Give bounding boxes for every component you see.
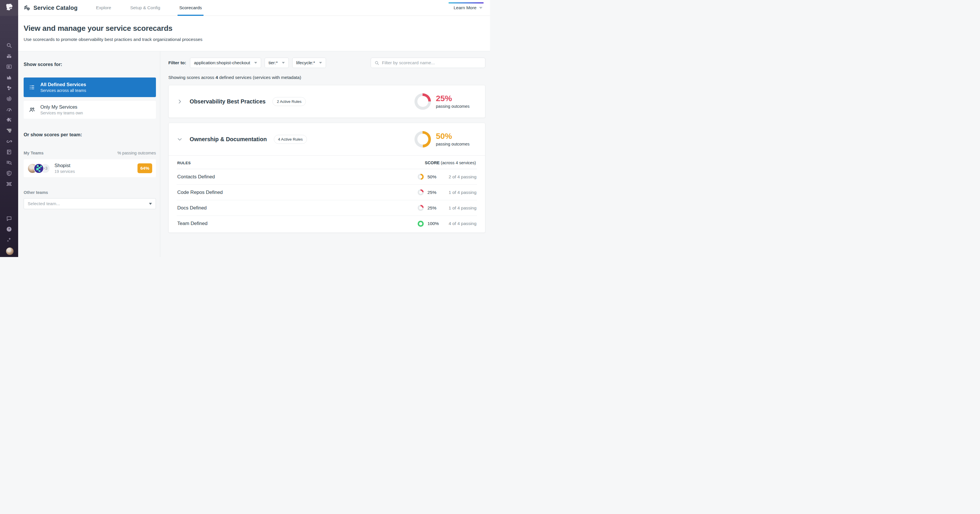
nav-tabs: Explore Setup & Config Scorecards bbox=[96, 0, 202, 16]
rules-table: RULES SCORE (across 4 services) Contacts… bbox=[169, 155, 485, 233]
learn-more-label: Learn More bbox=[454, 5, 476, 10]
rule-name: Docs Defined bbox=[177, 205, 207, 211]
chevron-down-icon bbox=[282, 62, 285, 63]
team-service-count: 19 services bbox=[54, 169, 75, 174]
team-row-shopist[interactable]: +3 Shopist 19 services 64% bbox=[24, 159, 156, 177]
scorecard-observability: Observability Best Practices 2 Active Ru… bbox=[168, 85, 485, 118]
chevron-down-icon bbox=[254, 62, 257, 63]
scorecard-ownership: Ownership & Documentation 4 Active Rules… bbox=[168, 123, 485, 233]
user-avatar[interactable] bbox=[6, 247, 12, 254]
security-shield-icon[interactable] bbox=[6, 170, 12, 176]
apm-gauge-icon[interactable] bbox=[6, 106, 12, 113]
chevron-down-icon bbox=[319, 62, 322, 63]
pipelines-icon[interactable] bbox=[6, 138, 12, 144]
rule-row[interactable]: Team Defined100%4 of 4 passing bbox=[177, 216, 477, 232]
my-teams-label: My Teams bbox=[24, 151, 43, 155]
app-brand: Service Catalog bbox=[24, 5, 78, 11]
rule-score-donut bbox=[418, 189, 424, 195]
rule-passing-count: 4 of 4 passing bbox=[442, 221, 476, 226]
rule-score-percent: 50% bbox=[428, 174, 442, 179]
learn-more-button[interactable]: Learn More bbox=[454, 5, 482, 10]
score-column-header: SCORE (across 4 services) bbox=[425, 160, 476, 165]
chevron-down-icon[interactable] bbox=[177, 137, 182, 142]
tab-scorecards[interactable]: Scorecards bbox=[179, 0, 202, 16]
notebooks-icon[interactable] bbox=[6, 149, 12, 155]
rule-score-percent: 25% bbox=[428, 190, 442, 195]
rules-rows: Contacts Defined50%2 of 4 passingCode Re… bbox=[177, 169, 477, 232]
datadog-bits-icon bbox=[3, 3, 15, 13]
search-icon[interactable] bbox=[6, 42, 12, 48]
logs-icon[interactable] bbox=[6, 160, 12, 166]
rule-score-percent: 25% bbox=[428, 205, 442, 211]
mode-all-defined-services[interactable]: All Defined Services Services across all… bbox=[24, 78, 156, 97]
score-label: passing outcomes bbox=[436, 104, 469, 109]
filter-dropdown-tier[interactable]: tier:* bbox=[265, 58, 289, 68]
active-rules-badge: 2 Active Rules bbox=[272, 97, 306, 106]
main-column: Service Catalog Explore Setup & Config S… bbox=[18, 0, 490, 257]
help-icon[interactable]: ? bbox=[6, 226, 12, 232]
scorecard-header[interactable]: Ownership & Documentation 4 Active Rules… bbox=[169, 123, 485, 155]
score-percent: 50% bbox=[436, 132, 469, 141]
chevron-right-icon[interactable] bbox=[177, 99, 182, 104]
scorecard-title: Observability Best Practices bbox=[190, 98, 266, 105]
score-donut bbox=[414, 94, 431, 110]
team-name: Shopist bbox=[54, 163, 75, 168]
scorecard-search bbox=[371, 58, 485, 68]
chat-icon[interactable] bbox=[6, 216, 12, 222]
sparkles-icon[interactable] bbox=[6, 237, 12, 243]
tab-explore[interactable]: Explore bbox=[96, 0, 111, 16]
filter-row: Filter to: application:shopist-checkout … bbox=[168, 58, 485, 68]
filter-value: application:shopist-checkout bbox=[194, 60, 250, 65]
app-title: Service Catalog bbox=[33, 5, 78, 11]
integrations-puzzle-icon[interactable] bbox=[6, 117, 12, 123]
teams-caption-row: My Teams % passing outcomes bbox=[24, 151, 156, 155]
team-select-dropdown[interactable]: Selected team... bbox=[24, 198, 156, 209]
network-globe-icon[interactable] bbox=[6, 181, 12, 187]
tab-setup-config[interactable]: Setup & Config bbox=[130, 0, 160, 16]
scorecard-score: 25% passing outcomes bbox=[414, 94, 476, 110]
scorecard-header[interactable]: Observability Best Practices 2 Active Ru… bbox=[169, 85, 485, 117]
rules-table-header: RULES SCORE (across 4 services) bbox=[177, 155, 477, 169]
rule-name: Code Repos Defined bbox=[177, 190, 223, 195]
dashboards-icon[interactable] bbox=[6, 63, 12, 70]
rule-score: 25%1 of 4 passing bbox=[418, 189, 476, 195]
scorecard-score: 50% passing outcomes bbox=[414, 131, 476, 148]
left-rail: ? bbox=[0, 0, 18, 257]
search-icon bbox=[374, 60, 379, 65]
rule-passing-count: 1 of 4 passing bbox=[442, 190, 476, 195]
scorecards-main: Filter to: application:shopist-checkout … bbox=[160, 51, 490, 257]
filter-value: lifecycle:* bbox=[296, 60, 315, 65]
binoculars-icon[interactable] bbox=[6, 53, 12, 59]
infrastructure-icon[interactable] bbox=[6, 85, 12, 91]
rail-nav-top bbox=[6, 42, 12, 187]
trial-gradient-bar bbox=[449, 2, 484, 3]
page-title: View and manage your service scorecards bbox=[24, 24, 490, 33]
chevron-down-icon bbox=[479, 7, 482, 9]
rule-score-percent: 100% bbox=[428, 221, 442, 226]
monitors-icon[interactable] bbox=[6, 96, 12, 102]
score-label: passing outcomes bbox=[436, 142, 469, 146]
page-subtitle: Use scorecards to promote observability … bbox=[24, 37, 490, 42]
rule-row[interactable]: Contacts Defined50%2 of 4 passing bbox=[177, 169, 477, 185]
search-input[interactable] bbox=[382, 60, 482, 65]
service-catalog-icon[interactable] bbox=[6, 128, 12, 134]
rule-name: Team Defined bbox=[177, 221, 208, 227]
filter-value: tier:* bbox=[269, 60, 278, 65]
datadog-logo[interactable] bbox=[0, 0, 18, 16]
scores-sidebar: Show scores for: All Defined Services Se… bbox=[18, 51, 160, 257]
mode-only-my-services[interactable]: Only My Services Services my teams own bbox=[24, 101, 156, 119]
filter-dropdown-application[interactable]: application:shopist-checkout bbox=[190, 58, 261, 68]
top-navbar: Service Catalog Explore Setup & Config S… bbox=[18, 0, 490, 16]
people-icon bbox=[24, 106, 40, 113]
filter-dropdown-lifecycle[interactable]: lifecycle:* bbox=[292, 58, 326, 68]
rule-row[interactable]: Docs Defined25%1 of 4 passing bbox=[177, 200, 477, 216]
score-donut bbox=[414, 131, 431, 148]
mode-subtitle: Services my teams own bbox=[40, 111, 83, 115]
mode-subtitle: Services across all teams bbox=[40, 88, 86, 93]
rule-row[interactable]: Code Repos Defined25%1 of 4 passing bbox=[177, 185, 477, 200]
app-window: ? Service Catalog Explore bbox=[0, 0, 490, 257]
rule-score: 25%1 of 4 passing bbox=[418, 205, 476, 211]
metrics-icon[interactable] bbox=[6, 75, 12, 80]
chevron-down-icon bbox=[149, 203, 152, 205]
svg-text:?: ? bbox=[8, 227, 10, 231]
